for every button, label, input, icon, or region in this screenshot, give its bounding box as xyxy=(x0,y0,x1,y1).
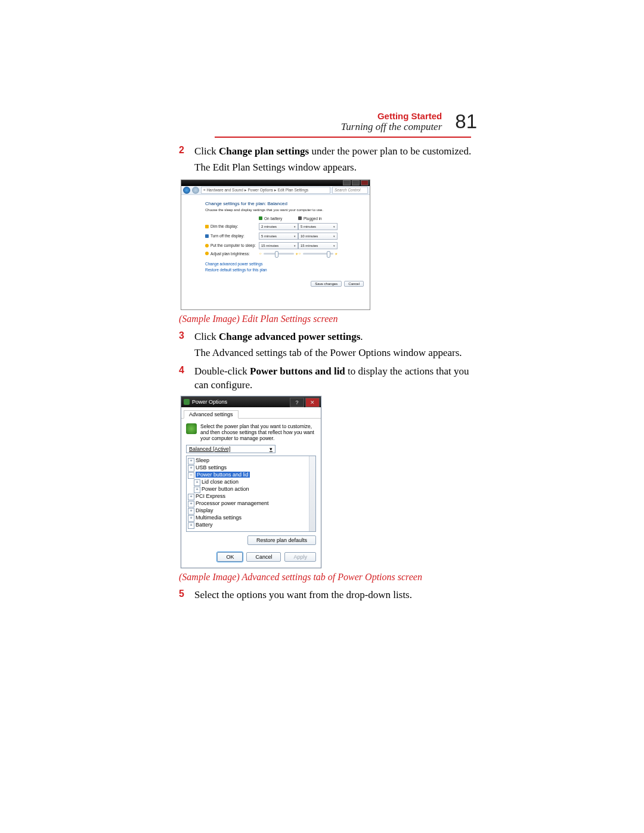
section-title: Getting Started xyxy=(341,111,442,121)
tree-item-sleep[interactable]: +Sleep xyxy=(188,457,314,465)
ok-button[interactable]: OK xyxy=(217,552,243,562)
moon-icon xyxy=(205,244,209,247)
step-number: 3 xyxy=(179,330,194,341)
col-on-battery: On battery xyxy=(259,216,298,221)
scrollbar[interactable] xyxy=(309,456,315,531)
sun-icon xyxy=(205,252,209,255)
sleep-battery-select[interactable]: 15 minutes▾ xyxy=(259,242,298,249)
chevron-down-icon: ▾ xyxy=(294,243,296,249)
off-battery-select[interactable]: 5 minutes▾ xyxy=(259,233,298,240)
step-4: 4 Double-click Power buttons and lid to … xyxy=(179,365,477,392)
battery-icon xyxy=(186,423,197,434)
plan-heading: Change settings for the plan: Balanced xyxy=(205,201,353,206)
restore-defaults-button[interactable]: Restore plan defaults xyxy=(247,535,316,545)
col-plugged-in: Plugged in xyxy=(298,216,338,221)
step-body: Click Change advanced power settings. xyxy=(194,330,363,344)
row-sleep: Put the computer to sleep: xyxy=(205,243,259,247)
step-3-continuation: The Advanced settings tab of the Power O… xyxy=(194,346,477,360)
advanced-settings-link[interactable]: Change advanced power settings xyxy=(205,262,353,266)
tree-item-multimedia[interactable]: +Multimedia settings xyxy=(188,515,314,522)
breadcrumb-path[interactable]: « Hardware and Sound ▸ Power Options ▸ E… xyxy=(201,187,330,194)
chevron-down-icon: ▾ xyxy=(294,233,296,239)
step-3: 3 Click Change advanced power settings. xyxy=(179,330,477,344)
sun-large-icon: ☀ xyxy=(335,252,338,256)
help-button[interactable]: ? xyxy=(290,398,304,407)
tree-item-power-button[interactable]: +Power button action xyxy=(194,486,314,493)
apply-button[interactable]: Apply xyxy=(284,552,316,562)
battery-icon xyxy=(259,216,262,220)
row-turn-off-display: Turn off the display: xyxy=(205,234,259,238)
settings-tree[interactable]: +Sleep +USB settings −Power buttons and … xyxy=(186,456,316,532)
page-header: Getting Started Turning off the computer… xyxy=(179,110,477,133)
expand-icon[interactable]: + xyxy=(188,465,194,472)
step-number: 4 xyxy=(179,365,194,376)
expand-icon[interactable]: + xyxy=(188,458,194,465)
expand-icon[interactable]: + xyxy=(188,494,194,500)
row-brightness: Adjust plan brightness: xyxy=(205,252,259,256)
address-bar: « Hardware and Sound ▸ Power Options ▸ E… xyxy=(181,186,370,195)
dialog-title-bar[interactable]: Power Options ? ✕ xyxy=(181,397,321,407)
save-changes-button[interactable]: Save changes xyxy=(311,281,342,287)
expand-icon[interactable]: + xyxy=(188,508,194,515)
nav-forward-button[interactable] xyxy=(192,187,199,194)
sun-small-icon: ☼ xyxy=(259,252,262,255)
step-5: 5 Select the options you want from the d… xyxy=(179,589,477,602)
tree-item-processor[interactable]: +Processor power management xyxy=(188,500,314,507)
step-body: Click Change plan settings under the pow… xyxy=(194,145,471,159)
section-subtitle: Turning off the computer xyxy=(341,121,442,133)
maximize-button[interactable] xyxy=(352,180,360,185)
nav-back-button[interactable] xyxy=(183,187,190,194)
cancel-button[interactable]: Cancel xyxy=(246,552,281,562)
plug-icon xyxy=(298,216,302,220)
brightness-ac-slider[interactable]: ☼☀ xyxy=(298,252,338,256)
figure-caption-2: (Sample Image) Advanced settings tab of … xyxy=(179,572,477,583)
chevron-down-icon: ▾ xyxy=(294,224,296,230)
tree-item-power-buttons-lid[interactable]: −Power buttons and lid +Lid close action… xyxy=(188,472,314,493)
close-button[interactable]: ✕ xyxy=(305,398,320,407)
tree-item-lid-close[interactable]: +Lid close action xyxy=(194,479,314,486)
tree-item-pci-express[interactable]: +PCI Express xyxy=(188,493,314,500)
power-plug-icon xyxy=(184,399,190,405)
minimize-button[interactable] xyxy=(343,180,351,185)
step-number: 5 xyxy=(179,589,194,599)
dialog-description: Select the power plan that you want to c… xyxy=(200,423,316,442)
tab-advanced-settings[interactable]: Advanced settings xyxy=(184,410,239,419)
step-number: 2 xyxy=(179,145,194,156)
step-body: Select the options you want from the dro… xyxy=(194,589,412,602)
row-dim-display: Dim the display: xyxy=(205,224,259,228)
display-icon xyxy=(205,234,209,238)
search-input[interactable]: Search Control Panel xyxy=(332,187,368,194)
close-button[interactable] xyxy=(361,180,369,185)
restore-defaults-link[interactable]: Restore default settings for this plan xyxy=(205,268,353,272)
sleep-ac-select[interactable]: 15 minutes▾ xyxy=(298,242,338,249)
expand-icon[interactable]: + xyxy=(188,522,194,529)
expand-icon[interactable]: + xyxy=(188,501,194,507)
expand-icon[interactable]: + xyxy=(194,479,200,486)
figure-caption-1: (Sample Image) Edit Plan Settings screen xyxy=(179,314,477,324)
dim-battery-select[interactable]: 2 minutes▾ xyxy=(259,223,298,230)
tree-item-display[interactable]: +Display xyxy=(188,507,314,515)
power-plan-select[interactable]: Balanced [Active]▾ xyxy=(186,445,275,453)
tree-item-usb[interactable]: +USB settings xyxy=(188,465,314,472)
sun-small-icon: ☼ xyxy=(298,252,302,255)
plan-subtitle: Choose the sleep and display settings th… xyxy=(205,208,353,212)
chevron-down-icon: ▾ xyxy=(333,224,335,230)
collapse-icon[interactable]: − xyxy=(188,472,194,479)
chevron-down-icon: ▾ xyxy=(270,446,273,452)
off-ac-select[interactable]: 10 minutes▾ xyxy=(298,233,338,240)
dim-ac-select[interactable]: 5 minutes▾ xyxy=(298,223,338,230)
header-divider xyxy=(215,137,471,138)
dialog-title: Power Options xyxy=(192,399,227,405)
brightness-battery-slider[interactable]: ☼☀ xyxy=(259,252,298,256)
power-options-dialog: Power Options ? ✕ Advanced settings Sele… xyxy=(181,396,321,569)
expand-icon[interactable]: + xyxy=(188,515,194,522)
page-number: 81 xyxy=(455,110,477,132)
expand-icon[interactable]: + xyxy=(194,487,200,493)
step-2: 2 Click Change plan settings under the p… xyxy=(179,145,477,159)
cancel-button[interactable]: Cancel xyxy=(344,281,364,287)
tab-strip: Advanced settings xyxy=(181,407,321,419)
chevron-down-icon: ▾ xyxy=(333,243,335,249)
tree-item-battery[interactable]: +Battery xyxy=(188,522,314,529)
window-title-bar[interactable] xyxy=(181,180,370,186)
chevron-down-icon: ▾ xyxy=(333,233,335,239)
